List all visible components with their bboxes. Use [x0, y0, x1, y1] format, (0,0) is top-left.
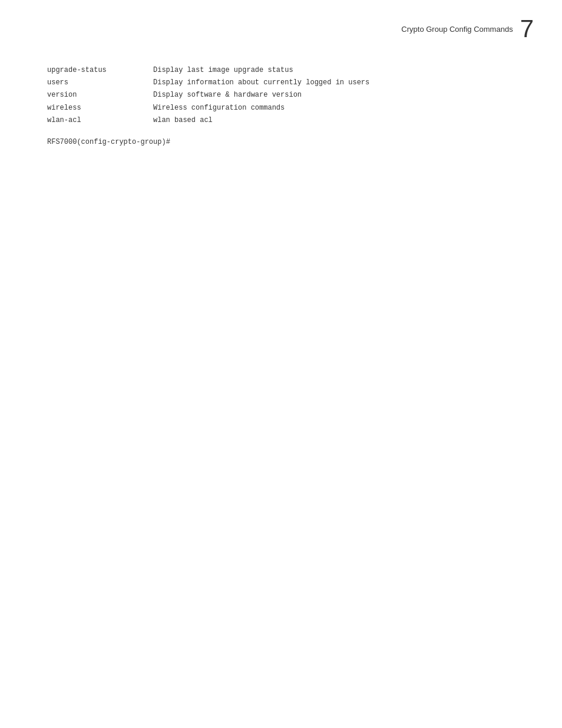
command-name: wlan-acl	[47, 115, 153, 126]
command-description: Display information about currently logg…	[153, 77, 515, 88]
header-title: Crypto Group Config Commands	[401, 25, 513, 34]
table-row: upgrade-statusDisplay last image upgrade…	[47, 65, 515, 76]
command-name: wireless	[47, 103, 153, 114]
prompt-line: RFS7000(config-crypto-group)#	[47, 138, 515, 146]
page-content: upgrade-statusDisplay last image upgrade…	[0, 53, 562, 170]
table-row: usersDisplay information about currently…	[47, 77, 515, 88]
table-row: wirelessWireless configuration commands	[47, 103, 515, 114]
command-description: Display software & hardware version	[153, 90, 515, 101]
command-description: Wireless configuration commands	[153, 103, 515, 114]
table-row: wlan-aclwlan based acl	[47, 115, 515, 126]
chapter-number: 7	[520, 17, 534, 41]
command-name: upgrade-status	[47, 65, 153, 76]
page-header: Crypto Group Config Commands 7	[0, 0, 562, 53]
command-name: version	[47, 90, 153, 101]
table-row: versionDisplay software & hardware versi…	[47, 90, 515, 101]
command-description: wlan based acl	[153, 115, 515, 126]
command-description: Display last image upgrade status	[153, 65, 515, 76]
command-table: upgrade-statusDisplay last image upgrade…	[47, 65, 515, 126]
command-name: users	[47, 77, 153, 88]
